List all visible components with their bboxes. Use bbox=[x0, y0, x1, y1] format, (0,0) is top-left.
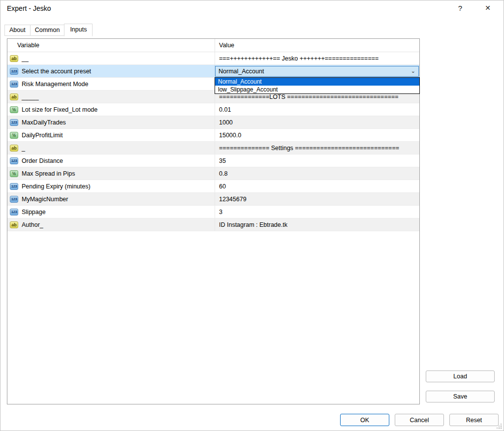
param-name: Lot size for Fixed_Lot mode bbox=[22, 106, 97, 113]
param-name: Pending Expiry (minutes) bbox=[22, 183, 91, 190]
param-value[interactable]: ===++++++++++++== Jesko +++++++=========… bbox=[215, 52, 419, 64]
table-row[interactable]: 123Slippage 3 bbox=[7, 206, 419, 218]
param-name: Slippage bbox=[22, 209, 46, 216]
param-value[interactable]: ============== Settings ================… bbox=[215, 142, 419, 154]
integer-param-icon: 123 bbox=[10, 81, 18, 88]
save-button[interactable]: Save bbox=[426, 391, 495, 402]
string-param-icon: ab bbox=[10, 221, 18, 228]
ok-button[interactable]: OK bbox=[340, 414, 389, 426]
param-name: __ bbox=[22, 55, 29, 62]
param-value[interactable]: 35 bbox=[215, 154, 419, 167]
param-value[interactable]: 12345679 bbox=[215, 193, 419, 205]
param-value[interactable]: 0.01 bbox=[215, 103, 419, 116]
parameters-table: Variable Value ab__ ===++++++++++++== Je… bbox=[7, 38, 420, 404]
param-name: Max Spread in Pips bbox=[22, 170, 75, 177]
param-name: MyMagicNumber bbox=[22, 196, 68, 203]
integer-param-icon: 123 bbox=[10, 196, 18, 203]
chevron-down-icon[interactable]: ⌄ bbox=[411, 66, 415, 76]
param-value[interactable]: 15000.0 bbox=[215, 129, 419, 141]
param-name: Select the account preset bbox=[22, 68, 91, 75]
tab-common[interactable]: Common bbox=[30, 25, 65, 36]
param-name: MaxDailyTrades bbox=[22, 119, 66, 126]
integer-param-icon: 123 bbox=[10, 183, 18, 190]
dialog-window: Expert - Jesko ? ✕ About Common Inputs V… bbox=[0, 0, 504, 431]
dropdown-option-normal-account[interactable]: Normal_Account bbox=[215, 78, 419, 86]
param-name: Author_ bbox=[22, 221, 43, 228]
tab-about[interactable]: About bbox=[4, 25, 31, 36]
column-header-value: Value bbox=[215, 39, 419, 52]
param-name: Order Distance bbox=[22, 157, 63, 164]
reset-button[interactable]: Reset bbox=[449, 414, 499, 426]
title-bar: Expert - Jesko ? ✕ bbox=[0, 0, 504, 17]
table-row[interactable]: 123MyMagicNumber 12345679 bbox=[7, 193, 419, 206]
table-row[interactable]: ½Lot size for Fixed_Lot mode 0.01 bbox=[7, 103, 419, 116]
help-button[interactable]: ? bbox=[451, 1, 470, 15]
table-row-selected[interactable]: 123Select the account preset Normal_Acco… bbox=[7, 65, 419, 78]
dropdown-option-low-slippage-account[interactable]: low_Slippage_Account bbox=[215, 86, 419, 93]
account-preset-combobox[interactable]: Normal_Account ⌄ bbox=[215, 66, 419, 77]
table-row[interactable]: abAuthor_ ID Instagram : Ebtrade.tk bbox=[7, 218, 419, 231]
double-param-icon: ½ bbox=[10, 170, 18, 177]
string-param-icon: ab bbox=[10, 55, 18, 62]
table-row[interactable]: 123Order Distance 35 bbox=[7, 154, 419, 167]
table-row[interactable]: ab__ ===++++++++++++== Jesko +++++++====… bbox=[7, 52, 419, 65]
tab-inputs[interactable]: Inputs bbox=[64, 24, 93, 36]
load-button[interactable]: Load bbox=[426, 370, 495, 382]
param-value[interactable]: 60 bbox=[215, 180, 419, 192]
table-row[interactable]: 123MaxDailyTrades 1000 bbox=[7, 116, 419, 129]
double-param-icon: ½ bbox=[10, 132, 18, 139]
param-name: Risk Management Mode bbox=[22, 81, 88, 88]
account-preset-dropdown-list: Normal_Account low_Slippage_Account bbox=[215, 77, 420, 94]
integer-param-icon: 123 bbox=[10, 157, 18, 164]
integer-param-icon: 123 bbox=[10, 119, 18, 126]
param-value[interactable]: 1000 bbox=[215, 116, 419, 128]
close-button[interactable]: ✕ bbox=[478, 1, 497, 15]
string-param-icon: ab bbox=[10, 145, 18, 152]
param-value[interactable]: 0.8 bbox=[215, 167, 419, 180]
table-header: Variable Value bbox=[7, 39, 419, 52]
column-header-variable: Variable bbox=[7, 39, 215, 52]
param-name: _____ bbox=[22, 93, 39, 100]
table-row[interactable]: ab_ ============== Settings ============… bbox=[7, 142, 419, 154]
window-title: Expert - Jesko bbox=[0, 4, 51, 12]
string-param-icon: ab bbox=[10, 93, 18, 100]
param-name: _ bbox=[22, 145, 25, 152]
param-name: DailyProfitLimit bbox=[22, 132, 63, 139]
table-row[interactable]: 123Pending Expiry (minutes) 60 bbox=[7, 180, 419, 193]
resize-grip-icon[interactable] bbox=[497, 424, 498, 425]
double-param-icon: ½ bbox=[10, 106, 18, 113]
table-row[interactable]: ½Max Spread in Pips 0.8 bbox=[7, 167, 419, 180]
param-value[interactable]: ID Instagram : Ebtrade.tk bbox=[215, 218, 419, 231]
combobox-value: Normal_Account bbox=[216, 68, 264, 75]
tab-bar: About Common Inputs bbox=[4, 23, 92, 36]
table-row[interactable]: ½DailyProfitLimit 15000.0 bbox=[7, 129, 419, 142]
param-value[interactable]: 3 bbox=[215, 206, 419, 218]
integer-param-icon: 123 bbox=[10, 68, 18, 75]
integer-param-icon: 123 bbox=[10, 209, 18, 216]
cancel-button[interactable]: Cancel bbox=[395, 414, 444, 426]
